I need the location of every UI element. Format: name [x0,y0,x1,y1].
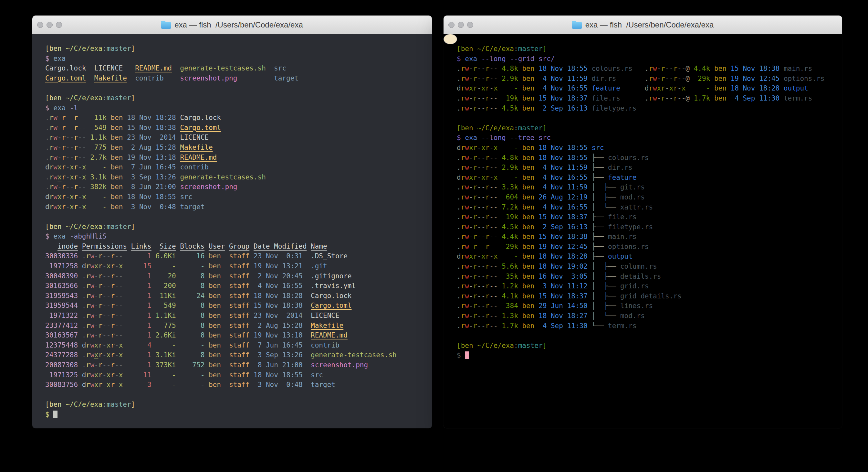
terminal-line: Cargo.lock LICENCE README.md generate-te… [45,63,432,73]
terminal-window-right: exa — fish /Users/ben/Code/exa/exa [ben … [443,16,842,429]
window-title-wrap: exa — fish /Users/ben/Code/exa/exa [572,20,714,29]
terminal-cursor [465,351,469,359]
terminal-line [45,212,432,222]
close-button[interactable] [37,22,43,28]
terminal-line: 30163566 .rw-r--r-- 1 200 8 ben staff 4 … [45,281,432,291]
terminal-line: 1971258 drwxr-xr-x 15 - - ben staff 19 N… [45,261,432,271]
terminal-line: .rw-r--r-- 382k ben 8 Jun 21:00 screensh… [45,182,432,192]
terminal-line: .rw-r--r-- 11k ben 18 Nov 18:28 Cargo.lo… [45,113,432,123]
terminal-line: 30083756 drwxr-xr-x 3 - - ben staff 3 No… [45,380,432,390]
terminal-right[interactable]: [ben ~/C/e/exa:master]$ exa --long --gri… [443,34,457,44]
traffic-lights [448,22,473,28]
traffic-lights [37,22,62,28]
terminal-line: drwxr-xr-x - ben 3 Nov 0:48 target [45,202,432,212]
terminal-line: 24377288 .rwxr-xr-x 1 3.1Ki 8 ben staff … [45,350,432,360]
terminal-line: 31959543 .rw-r--r-- 1 11Ki 24 ben staff … [45,291,432,301]
terminal-line: $ exa [45,54,432,64]
terminal-line: Cargo.toml Makefile contrib screenshot.p… [45,73,432,83]
terminal-line: 20087308 .rw-r--r-- 1 373Ki 752 ben staf… [45,360,432,370]
titlebar-right[interactable]: exa — fish /Users/ben/Code/exa/exa [443,16,842,34]
terminal-line: .rw-r--r-- 549 ben 15 Nov 18:38 Cargo.to… [45,123,432,133]
terminal-line: $ exa -abghHliS [45,232,432,241]
terminal-line: [ben ~/C/e/exa:master] [45,222,432,232]
terminal-line: 1971322 .rw-r--r-- 1 1.1Ki 8 ben staff 2… [45,311,432,321]
terminal-line: 1971325 drwxr-xr-x 11 - - ben staff 18 N… [45,370,432,380]
terminal-line: $ [45,410,432,420]
terminal-line: .rw-r--r-- 1.1k ben 23 Nov 2014 LICENCE [45,132,432,143]
window-title: exa — fish /Users/ben/Code/exa/exa [585,20,714,29]
zoom-button[interactable] [467,22,473,28]
desktop: { "canvas": { "width": 2687, "height": 1… [0,0,868,472]
terminal-line: 23377412 .rw-r--r-- 1 775 8 ben staff 2 … [45,321,432,331]
terminal-line: $ exa -l [45,103,432,113]
terminal-line: .rw-r--r-- 775 ben 2 Aug 15:28 Makefile [45,143,432,153]
terminal-line: drwxr-xr-x - ben 18 Nov 18:55 src [45,192,432,202]
folder-icon [572,22,582,29]
terminal-line: [ben ~/C/e/exa:master] [45,43,432,54]
terminal-line: inode Permissions Links Size Blocks User… [45,241,432,252]
minimize-button[interactable] [458,22,464,28]
terminal-line: drwxr-xr-x - ben 7 Jun 16:45 contrib [45,162,432,172]
terminal-line: [ben ~/C/e/exa:master] [45,400,432,410]
terminal-line: 12375448 drwxr-xr-x 4 - - ben staff 7 Ju… [45,341,432,350]
close-button[interactable] [448,22,455,28]
terminal-line: [ben ~/C/e/exa:master] [45,93,432,103]
titlebar-left[interactable]: exa — fish /Users/ben/Code/exa/exa [32,16,432,34]
terminal-line: .rw-r--r-- 2.7k ben 19 Nov 13:18 README.… [45,153,432,163]
window-title-wrap: exa — fish /Users/ben/Code/exa/exa [161,20,303,29]
terminal-line: 30030336 .rw-r--r-- 1 6.0Ki 16 ben staff… [45,251,432,261]
terminal-line [45,390,432,400]
terminal-line: 31959544 .rw-r--r-- 1 549 8 ben staff 15… [45,301,432,311]
terminal-line [45,83,432,93]
zoom-button[interactable] [56,22,62,28]
terminal-cursor [53,411,58,418]
folder-icon [161,22,171,29]
window-title: exa — fish /Users/ben/Code/exa/exa [175,20,303,29]
terminal-line: .rwxr-xr-x 3.1k ben 3 Sep 13:26 generate… [45,172,432,182]
terminal-window-left: exa — fish /Users/ben/Code/exa/exa [ben … [32,16,432,429]
terminal-left[interactable]: [ben ~/C/e/exa:master]$ exaCargo.lock LI… [32,34,432,429]
minimize-button[interactable] [46,22,53,28]
terminal-line: 30163567 .rw-r--r-- 1 2.6Ki 8 ben staff … [45,330,432,341]
terminal-line: 30048390 .rw-r--r-- 1 20 8 ben staff 2 N… [45,271,432,281]
